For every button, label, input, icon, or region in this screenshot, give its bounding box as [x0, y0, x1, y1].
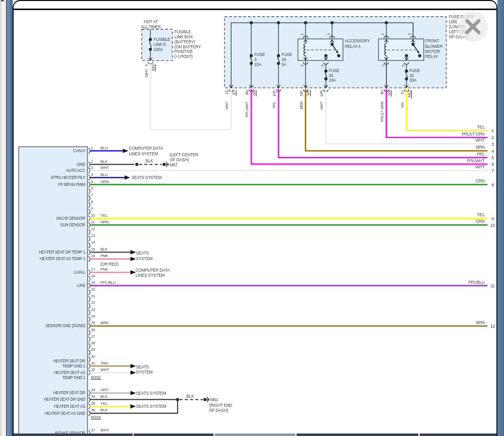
svg-text:YEL: YEL: [477, 212, 485, 217]
svg-text:29: 29: [91, 347, 95, 352]
svg-text:PPL/WHT: PPL/WHT: [467, 158, 484, 163]
svg-text:FUSIBLE: FUSIBLE: [175, 29, 192, 34]
svg-text:M152: M152: [91, 375, 101, 380]
svg-text:11: 11: [490, 283, 495, 288]
svg-text:16R: 16R: [319, 90, 324, 97]
svg-text:BLK: BLK: [146, 158, 154, 163]
svg-text:PPL/LT GRN: PPL/LT GRN: [462, 132, 484, 137]
svg-text:BLOWER: BLOWER: [425, 44, 443, 49]
svg-text:GRN: GRN: [476, 178, 485, 183]
svg-text:HEATER SEAT AS TEMP 1: HEATER SEAT AS TEMP 1: [39, 257, 85, 261]
svg-text:BLK: BLK: [100, 394, 108, 399]
svg-text:27: 27: [91, 334, 95, 339]
svg-text:HEATER SEAT DR: HEATER SEAT DR: [53, 391, 85, 395]
svg-text:HEATER SEAT AS: HEATER SEAT AS: [54, 370, 86, 375]
svg-text:LIN2: LIN2: [77, 283, 85, 288]
svg-text:ALL TIMES: ALL TIMES: [141, 24, 161, 29]
svg-text:5: 5: [91, 179, 93, 184]
svg-text:WHT: WHT: [475, 164, 484, 169]
svg-text:RELAY: RELAY: [425, 54, 438, 59]
svg-text:22: 22: [91, 300, 95, 305]
svg-text:OF DASH): OF DASH): [209, 408, 229, 413]
svg-text:BLK: BLK: [100, 247, 108, 252]
svg-text:8: 8: [491, 182, 494, 188]
svg-text:SENSOR GND (SGND): SENSOR GND (SGND): [45, 324, 86, 328]
svg-text:AUTO ACC: AUTO ACC: [66, 168, 86, 173]
svg-text:7: 7: [491, 168, 494, 173]
svg-text:TAN: TAN: [100, 361, 108, 365]
svg-text:17: 17: [91, 267, 95, 272]
svg-text:3: 3: [326, 33, 331, 35]
svg-text:WHT: WHT: [144, 69, 149, 77]
svg-text:6: 6: [491, 162, 494, 167]
svg-text:34: 34: [91, 394, 95, 399]
svg-text:M4: M4: [387, 90, 391, 95]
svg-text:35: 35: [91, 401, 95, 406]
svg-text:BLU: BLU: [100, 146, 108, 150]
svg-text:YEL: YEL: [100, 213, 108, 218]
svg-text:E7: E7: [232, 90, 236, 95]
svg-text:4: 4: [91, 172, 93, 177]
svg-text:(LEFT CENTER: (LEFT CENTER: [170, 152, 199, 157]
svg-text:5A: 5A: [282, 62, 287, 67]
svg-text:WHT: WHT: [225, 101, 229, 110]
svg-text:PNK: PNK: [100, 254, 108, 258]
svg-text:M3: M3: [252, 90, 256, 95]
svg-text:37: 37: [91, 428, 95, 432]
svg-text:3: 3: [491, 142, 494, 147]
svg-text:GRN: GRN: [100, 179, 109, 184]
svg-text:HEATER SEAT DR GND: HEATER SEAT DR GND: [44, 397, 86, 402]
svg-text:16: 16: [91, 254, 95, 258]
svg-text:FRONT: FRONT: [425, 38, 439, 43]
svg-text:2: 2: [300, 65, 304, 67]
svg-text:20: 20: [91, 287, 95, 292]
svg-text:25: 25: [91, 321, 95, 325]
svg-text:BRN: BRN: [476, 320, 485, 325]
svg-text:M12: M12: [407, 90, 412, 97]
svg-text:30A: 30A: [409, 78, 417, 83]
svg-text:24: 24: [91, 314, 95, 319]
svg-text:POSITIVE: POSITIVE: [175, 49, 193, 54]
svg-text:M57: M57: [170, 162, 178, 167]
svg-text:5: 5: [491, 155, 494, 160]
svg-text:SYSTEM: SYSTEM: [136, 369, 153, 375]
svg-text:36: 36: [91, 408, 95, 412]
svg-text:8: 8: [91, 200, 93, 204]
svg-text:(ON BATTERY: (ON BATTERY: [175, 44, 201, 49]
svg-text:(BATTERY): (BATTERY): [175, 39, 195, 44]
svg-text:31: 31: [91, 361, 95, 365]
svg-text:32: 32: [91, 367, 95, 372]
svg-text:GRY: GRY: [100, 388, 109, 392]
svg-text:9: 9: [491, 216, 494, 221]
svg-text:GRN: GRN: [100, 220, 109, 224]
svg-text:WHT: WHT: [100, 428, 109, 432]
svg-text:SEATS: SEATS: [136, 364, 149, 369]
svg-text:M61: M61: [210, 397, 218, 402]
svg-text:(RIGHT END: (RIGHT END: [209, 403, 233, 408]
svg-text:SEATS SYSTEM: SEATS SYSTEM: [136, 404, 166, 409]
svg-text:SUN SENSOR: SUN SENSOR: [60, 223, 85, 227]
svg-text:M154: M154: [91, 415, 101, 419]
svg-text:PPL: PPL: [272, 101, 276, 108]
svg-text:BLU: BLU: [100, 172, 108, 177]
svg-text:TEMP GND 1: TEMP GND 1: [62, 376, 85, 380]
svg-text:1: 1: [300, 33, 304, 35]
svg-text:RELAY-1: RELAY-1: [345, 44, 361, 49]
svg-text:FUSE: FUSE: [254, 52, 265, 57]
svg-text:15: 15: [91, 247, 95, 252]
svg-text:3: 3: [91, 165, 93, 170]
svg-text:OF DASH): OF DASH): [170, 157, 189, 162]
svg-text:YEL: YEL: [100, 401, 108, 406]
svg-text:FUSE: FUSE: [409, 68, 420, 73]
svg-text:FUSIBLE: FUSIBLE: [154, 37, 171, 42]
svg-text:M5: M5: [306, 90, 311, 95]
svg-text:10: 10: [91, 213, 95, 218]
svg-text:BLK: BLK: [187, 394, 195, 399]
svg-text:WHT: WHT: [319, 101, 324, 110]
svg-text:LINES SYSTEM: LINES SYSTEM: [129, 151, 158, 156]
svg-text:ACCESSORY: ACCESSORY: [345, 38, 370, 43]
svg-text:13: 13: [91, 233, 95, 238]
svg-text:PPL: PPL: [477, 152, 485, 157]
svg-text:21: 21: [91, 294, 95, 298]
svg-text:11P: 11P: [299, 90, 304, 96]
